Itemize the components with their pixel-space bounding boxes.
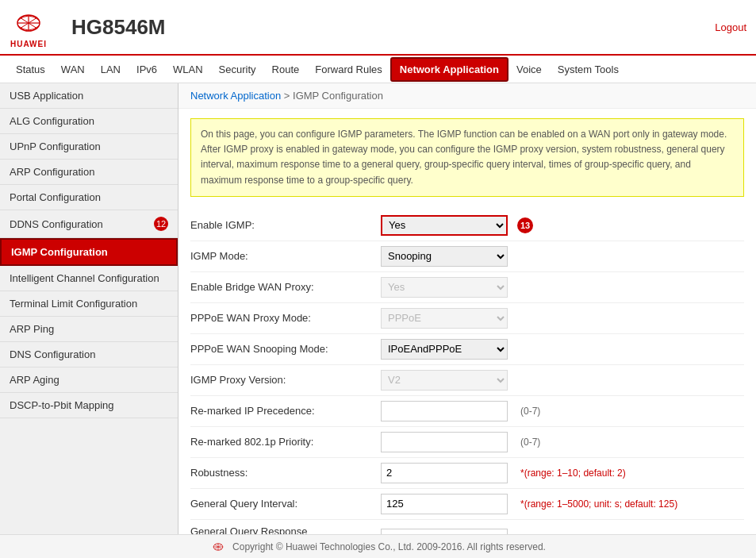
annotation-13: 13 [517, 217, 533, 233]
sidebar-item-upnp-configuration[interactable]: UPnP Configuration [0, 134, 178, 160]
sidebar-item-dns-configuration[interactable]: DNS Configuration [0, 342, 178, 368]
sidebar-item-arp-configuration[interactable]: ARP Configuration [0, 160, 178, 185]
sidebar-item-alg-configuration[interactable]: ALG Configuration [0, 109, 178, 134]
select-bridge-wan-proxy[interactable]: Yes No [381, 277, 508, 298]
nav-lan[interactable]: LAN [93, 59, 129, 80]
label-igmp-mode: IGMP Mode: [190, 250, 381, 262]
form-area: Enable IGMP: Yes No 13 IGMP Mode: Snoopi… [178, 206, 756, 534]
nav-security[interactable]: Security [211, 59, 264, 80]
info-text: On this page, you can configure IGMP par… [201, 129, 727, 186]
nav-forward-rules[interactable]: Forward Rules [307, 59, 390, 80]
sidebar-item-ddns-configuration[interactable]: DDNS Configuration 12 [0, 210, 178, 238]
hint-general-query-interval: *(range: 1–5000; unit: s; default: 125) [520, 498, 677, 510]
control-bridge-wan-proxy: Yes No [381, 277, 508, 298]
nav-wlan[interactable]: WLAN [165, 59, 211, 80]
nav-system-tools[interactable]: System Tools [550, 59, 627, 80]
control-8021p-priority: (0-7) [381, 432, 540, 452]
select-igmp-mode[interactable]: Snooping Proxy [381, 246, 508, 267]
sidebar-item-igmp-configuration[interactable]: IGMP Configuration [0, 238, 178, 266]
logout-button[interactable]: Logout [715, 21, 746, 33]
form-row-general-query-response: General Query ResponseTimeout Period: *(… [190, 520, 744, 534]
footer-text: Copyright © Huawei Technologies Co., Ltd… [232, 541, 546, 552]
nav-wan[interactable]: WAN [53, 59, 93, 80]
hint-ip-precedence: (0-7) [520, 406, 540, 417]
form-row-robustness: Robustness: *(range: 1–10; default: 2) [190, 458, 744, 489]
form-row-enable-igmp: Enable IGMP: Yes No 13 [190, 210, 744, 241]
control-pppoe-snooping: IPoEAndPPPoE PPPoE IPoE [381, 339, 508, 360]
huawei-logo-icon [10, 6, 48, 40]
label-ip-precedence: Re-marked IP Precedence: [190, 405, 381, 417]
breadcrumb-current: IGMP Configuration [293, 90, 383, 102]
control-igmp-mode: Snooping Proxy [381, 246, 508, 267]
form-row-bridge-wan-proxy: Enable Bridge WAN Proxy: Yes No [190, 272, 744, 303]
label-enable-igmp: Enable IGMP: [190, 219, 381, 231]
control-igmp-proxy-version: V2 V3 [381, 370, 508, 391]
hint-robustness: *(range: 1–10; default: 2) [520, 468, 626, 479]
select-pppoe-wan-proxy[interactable]: PPPoE IPoE [381, 308, 508, 329]
select-pppoe-snooping[interactable]: IPoEAndPPPoE PPPoE IPoE [381, 339, 508, 360]
nav-ipv6[interactable]: IPv6 [129, 59, 165, 80]
sidebar-item-intelligent-channel[interactable]: Intelligent Channel Configuration [0, 266, 178, 291]
select-igmp-proxy-version[interactable]: V2 V3 [381, 370, 508, 391]
form-row-igmp-proxy-version: IGMP Proxy Version: V2 V3 [190, 365, 744, 396]
footer: Copyright © Huawei Technologies Co., Ltd… [0, 534, 756, 558]
input-robustness[interactable] [381, 463, 508, 483]
sidebar: USB Application ALG Configuration UPnP C… [0, 83, 178, 534]
info-box: On this page, you can configure IGMP par… [190, 118, 744, 197]
label-8021p-priority: Re-marked 802.1p Priority: [190, 436, 381, 448]
label-pppoe-wan-proxy: PPPoE WAN Proxy Mode: [190, 312, 381, 324]
form-row-igmp-mode: IGMP Mode: Snooping Proxy [190, 241, 744, 272]
form-row-general-query-interval: General Query Interval: *(range: 1–5000;… [190, 489, 744, 520]
nav-route[interactable]: Route [264, 59, 308, 80]
label-bridge-wan-proxy: Enable Bridge WAN Proxy: [190, 281, 381, 293]
label-general-query-response: General Query ResponseTimeout Period: [190, 525, 381, 534]
input-general-query-interval[interactable] [381, 494, 508, 514]
form-row-8021p-priority: Re-marked 802.1p Priority: (0-7) [190, 427, 744, 458]
select-enable-igmp[interactable]: Yes No [381, 215, 508, 236]
input-ip-precedence[interactable] [381, 401, 508, 421]
label-pppoe-snooping: PPPoE WAN Snooping Mode: [190, 343, 381, 355]
breadcrumb: Network Application > IGMP Configuration [178, 83, 756, 109]
label-igmp-proxy-version: IGMP Proxy Version: [190, 374, 381, 386]
brand-label: HUAWEI [10, 40, 47, 48]
content-area: Network Application > IGMP Configuration… [178, 83, 756, 534]
logo-area: HUAWEI [10, 6, 48, 48]
nav-bar: Status WAN LAN IPv6 WLAN Security Route … [0, 56, 756, 83]
breadcrumb-parent[interactable]: Network Application [190, 90, 281, 102]
sidebar-item-arp-ping[interactable]: ARP Ping [0, 317, 178, 342]
input-8021p-priority[interactable] [381, 432, 508, 452]
control-general-query-interval: *(range: 1–5000; unit: s; default: 125) [381, 494, 677, 514]
sidebar-item-dscp-pbit[interactable]: DSCP-to-Pbit Mapping [0, 393, 178, 418]
sidebar-item-terminal-limit[interactable]: Terminal Limit Configuration [0, 291, 178, 317]
footer-logo-icon [210, 540, 226, 554]
model-title: HG8546M [63, 15, 715, 40]
form-row-ip-precedence: Re-marked IP Precedence: (0-7) [190, 396, 744, 427]
label-general-query-interval: General Query Interval: [190, 498, 381, 510]
nav-voice[interactable]: Voice [508, 59, 550, 80]
sidebar-item-arp-aging[interactable]: ARP Aging [0, 368, 178, 393]
hint-general-query-response: *(range: 1–255; unit: 0.1s; default: 100… [520, 533, 685, 534]
control-ip-precedence: (0-7) [381, 401, 540, 421]
form-row-pppoe-wan-proxy: PPPoE WAN Proxy Mode: PPPoE IPoE [190, 303, 744, 334]
control-pppoe-wan-proxy: PPPoE IPoE [381, 308, 508, 329]
control-robustness: *(range: 1–10; default: 2) [381, 463, 626, 483]
form-row-pppoe-snooping: PPPoE WAN Snooping Mode: IPoEAndPPPoE PP… [190, 334, 744, 365]
control-enable-igmp: Yes No 13 [381, 215, 533, 236]
ddns-badge: 12 [154, 217, 168, 231]
hint-8021p-priority: (0-7) [520, 437, 540, 448]
nav-network-application[interactable]: Network Application [390, 57, 508, 82]
nav-status[interactable]: Status [8, 59, 53, 80]
sidebar-item-usb-application[interactable]: USB Application [0, 83, 178, 109]
sidebar-item-portal-configuration[interactable]: Portal Configuration [0, 185, 178, 210]
input-general-query-response[interactable] [381, 529, 508, 534]
label-robustness: Robustness: [190, 467, 381, 479]
control-general-query-response: *(range: 1–255; unit: 0.1s; default: 100… [381, 529, 685, 534]
